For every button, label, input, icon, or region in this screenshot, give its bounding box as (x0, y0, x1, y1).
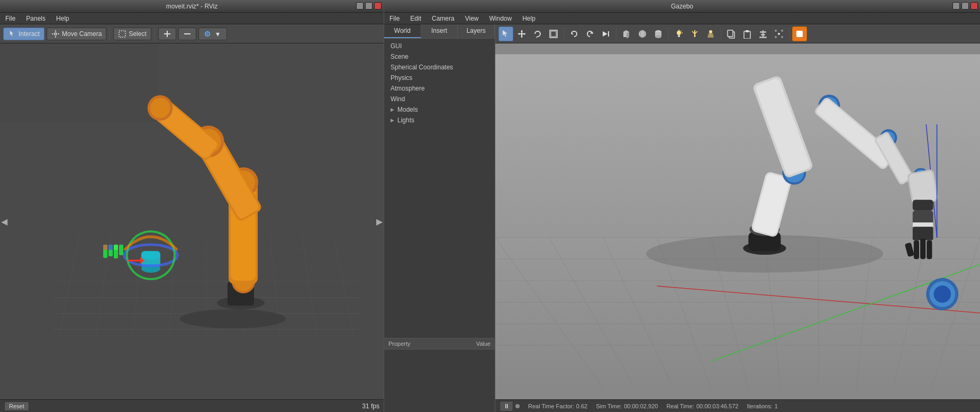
rviz-left-arrow[interactable]: ◀ (1, 217, 7, 227)
gz-light-point-button[interactable] (672, 26, 686, 41)
svg-rect-150 (914, 240, 919, 259)
gz-align-icon (758, 29, 768, 39)
svg-marker-60 (521, 30, 523, 32)
tree-item-spherical-coords[interactable]: Spherical Coordinates (384, 62, 495, 73)
gazebo-close-button[interactable] (970, 2, 978, 10)
rviz-viewport[interactable]: ◀ ▶ (0, 43, 384, 399)
gazebo-menu-window[interactable]: Window (486, 14, 515, 23)
gz-box-button[interactable] (619, 26, 634, 41)
tree-item-gui[interactable]: GUI (384, 41, 495, 51)
gz-light-directional-button[interactable] (687, 26, 702, 41)
rviz-close-button[interactable] (374, 2, 382, 10)
move-camera-button[interactable]: Move Camera (47, 28, 106, 40)
tree-item-physics[interactable]: Physics (384, 73, 495, 83)
tree-item-lights[interactable]: Lights (384, 115, 495, 126)
reset-button[interactable]: Reset (4, 401, 29, 411)
gazebo-menubar: File Edit Camera View Window Help (384, 13, 980, 24)
gz-cylinder-button[interactable] (651, 26, 666, 41)
camera-icon (203, 30, 212, 38)
rviz-title: moveit.rviz* - RViz (166, 3, 218, 10)
tab-layers[interactable]: Layers (458, 24, 495, 38)
gazebo-menu-view[interactable]: View (462, 14, 482, 23)
gz-scale-icon (549, 29, 558, 39)
gazebo-win-buttons (952, 2, 978, 10)
svg-line-81 (681, 31, 682, 31)
gazebo-scene (495, 43, 980, 399)
gazebo-menu-edit[interactable]: Edit (407, 14, 424, 23)
tree-item-scene[interactable]: Scene (384, 51, 495, 62)
gz-snap-button[interactable] (772, 26, 786, 41)
select-button[interactable]: Select (113, 28, 151, 40)
svg-marker-64 (536, 37, 538, 38)
minus-icon (183, 30, 192, 38)
toolbar-separator-2 (155, 28, 155, 40)
gz-redo-button[interactable] (583, 26, 597, 41)
svg-rect-152 (927, 240, 932, 259)
tree-item-models[interactable]: Models (384, 104, 495, 115)
rviz-robot-arm (53, 86, 360, 340)
gz-paste-button[interactable] (740, 26, 755, 41)
rviz-menu-file[interactable]: File (2, 14, 19, 23)
gz-sphere-button[interactable] (635, 26, 650, 41)
rviz-win-buttons (356, 2, 382, 10)
svg-rect-56 (108, 245, 113, 250)
tree-item-atmosphere[interactable]: Atmosphere (384, 83, 495, 94)
gz-copy-icon (727, 29, 736, 39)
svg-point-98 (775, 30, 777, 32)
gz-copy-button[interactable] (724, 26, 739, 41)
gz-select-tool[interactable] (498, 26, 513, 41)
plus-icon (163, 30, 171, 38)
add-button[interactable] (158, 28, 176, 40)
rviz-titlebar: moveit.rviz* - RViz (0, 0, 384, 13)
svg-rect-54 (119, 245, 123, 255)
gazebo-minimize-button[interactable] (952, 2, 960, 10)
gz-iterations-label: Iterations: (747, 403, 772, 409)
rviz-right-arrow[interactable]: ▶ (376, 217, 383, 227)
gazebo-statusbar: ⏸ Real Time Factor: 0.62 Sim Time: 00:00… (495, 399, 980, 412)
gz-realtime-factor-value: 0.62 (576, 403, 587, 409)
gazebo-menu-file[interactable]: File (386, 14, 403, 23)
tab-world[interactable]: World (384, 24, 421, 38)
gz-light-directional-icon (690, 29, 700, 39)
camera-dropdown-button[interactable]: ▾ (198, 28, 227, 40)
tree-item-wind[interactable]: Wind (384, 94, 495, 104)
gazebo-maximize-button[interactable] (961, 2, 969, 10)
gz-model-indicator[interactable] (792, 26, 807, 41)
gazebo-panel: Gazebo File Edit Camera View Window Help… (384, 0, 980, 412)
svg-point-156 (933, 285, 951, 303)
gz-rotate-tool[interactable] (530, 26, 545, 41)
rviz-menu-panels[interactable]: Panels (23, 14, 49, 23)
svg-point-79 (677, 31, 681, 35)
rviz-toolbar: Interact Move Camera Se (0, 24, 384, 43)
svg-rect-92 (746, 30, 749, 32)
svg-point-0 (55, 33, 57, 35)
gazebo-viewport[interactable] (495, 43, 980, 399)
gz-scale-tool[interactable] (546, 26, 561, 41)
rviz-minimize-button[interactable] (356, 2, 364, 10)
gz-realtime-factor-label: Real Time Factor: (528, 403, 574, 409)
select-label: Select (129, 30, 146, 38)
gazebo-menu-help[interactable]: Help (519, 14, 539, 23)
gazebo-world-tree: GUI Scene Spherical Coordinates Physics … (384, 39, 495, 338)
remove-button[interactable] (178, 28, 196, 40)
gz-forward-button[interactable] (598, 26, 613, 41)
rviz-menu-help[interactable]: Help (53, 14, 72, 23)
gz-light-spot-button[interactable] (703, 26, 718, 41)
gazebo-menu-camera[interactable]: Camera (429, 14, 458, 23)
gz-translate-tool[interactable] (514, 26, 529, 41)
gz-model-icon (796, 30, 803, 38)
gz-pause-item: ⏸ (500, 401, 520, 411)
gz-simtime-item: Sim Time: 00:00:02.920 (596, 403, 658, 409)
gz-pause-button[interactable]: ⏸ (500, 401, 513, 411)
tab-insert[interactable]: Insert (421, 24, 458, 38)
gz-align-button[interactable] (756, 26, 770, 41)
svg-rect-94 (760, 31, 766, 33)
svg-rect-83 (678, 35, 680, 37)
interact-button[interactable]: Interact (3, 28, 44, 40)
svg-rect-151 (920, 239, 925, 259)
gazebo-titlebar: Gazebo (384, 0, 980, 13)
rviz-maximize-button[interactable] (365, 2, 373, 10)
svg-rect-5 (119, 31, 125, 37)
gz-undo-button[interactable] (567, 26, 582, 41)
svg-marker-62 (518, 33, 520, 35)
